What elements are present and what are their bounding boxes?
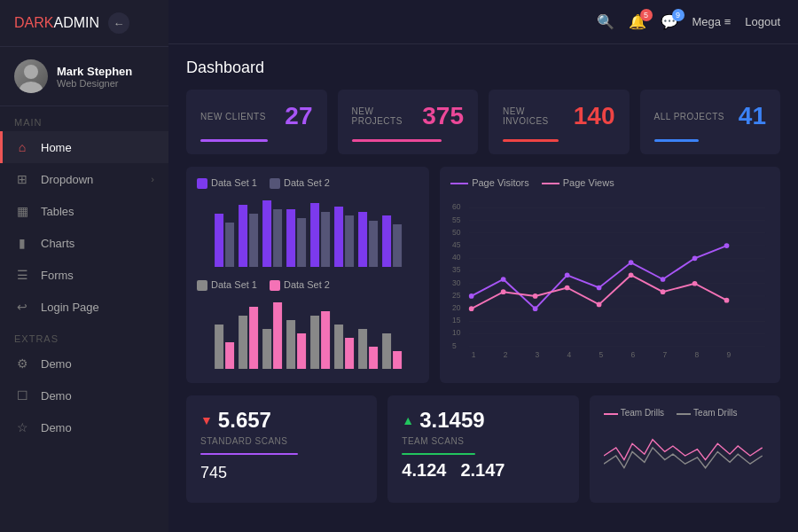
back-arrow-icon[interactable]: ← xyxy=(108,12,129,34)
metric-number-standard: 5.657 xyxy=(218,408,271,433)
notifications-badge: 5 xyxy=(640,9,653,21)
mini-chart-svg xyxy=(604,425,766,487)
svg-rect-14 xyxy=(358,212,367,267)
logo-admin: ADMIN xyxy=(53,15,99,30)
svg-rect-23 xyxy=(273,302,282,369)
metric-card-standard: ▼ 5.657 STANDARD SCANS 745 xyxy=(186,395,377,503)
sidebar-section-extras: Extras xyxy=(0,323,168,348)
home-icon: ⌂ xyxy=(14,140,30,154)
notifications-icon[interactable]: 🔔 5 xyxy=(629,13,646,30)
user-info: Mark Stephen Web Designer xyxy=(57,65,132,89)
sidebar-item-charts[interactable]: ▮ Charts xyxy=(0,227,168,259)
stat-card-invoices: NEW INVOICES 140 xyxy=(489,90,630,154)
svg-text:55: 55 xyxy=(452,215,461,224)
svg-text:7: 7 xyxy=(663,350,668,359)
svg-text:2: 2 xyxy=(504,350,508,359)
stat-label-all: ALL PROJECTS xyxy=(654,112,725,121)
bar-chart-svg2 xyxy=(197,298,419,369)
gear-icon: ⚙ xyxy=(14,356,30,371)
svg-rect-20 xyxy=(239,316,247,369)
svg-point-79 xyxy=(565,286,570,291)
metric-number-team: 3.1459 xyxy=(419,408,484,433)
metric-card-team: ▲ 3.1459 TEAM SCANS 4.124 2.147 xyxy=(387,395,578,503)
svg-rect-17 xyxy=(393,224,402,267)
svg-point-80 xyxy=(597,302,602,308)
chart-row: Data Set 1 Data Set 2 xyxy=(186,167,780,383)
stat-card-projects-top: NEW PROJECTS 375 xyxy=(352,102,465,130)
sidebar-item-dropdown[interactable]: ⊞ Dropdown › xyxy=(0,163,168,195)
sidebar-item-forms[interactable]: ☰ Forms xyxy=(0,259,168,291)
sidebar-item-home[interactable]: ⌂ Home xyxy=(0,131,168,163)
sidebar-item-login[interactable]: ↩ Login Page xyxy=(0,291,168,323)
topbar-user[interactable]: Mega ≡ xyxy=(692,15,732,28)
stat-bar-projects xyxy=(352,139,442,142)
svg-point-75 xyxy=(724,243,730,248)
stat-card-projects: NEW PROJECTS 375 xyxy=(338,90,479,154)
arrow-up-icon: ▲ xyxy=(402,413,414,427)
svg-point-67 xyxy=(469,293,474,299)
stat-bar-clients xyxy=(200,139,268,142)
line-chart-legend: Page Visitors Page Views xyxy=(450,177,770,188)
svg-rect-26 xyxy=(310,316,319,369)
svg-text:4: 4 xyxy=(567,350,572,359)
metric-bar-standard xyxy=(200,453,298,455)
sidebar: DARKADMIN ← Mark Stephen Web Designer Ma… xyxy=(0,0,168,532)
sidebar-item-tables[interactable]: ▦ Tables xyxy=(0,195,168,227)
svg-rect-5 xyxy=(249,214,258,267)
svg-rect-31 xyxy=(369,347,378,369)
bar-chart-card: Data Set 1 Data Set 2 xyxy=(186,167,429,383)
search-icon[interactable]: 🔍 xyxy=(597,13,614,30)
topbar-logout[interactable]: Logout xyxy=(745,15,780,28)
legend1-item1: Data Set 1 xyxy=(197,177,257,189)
svg-text:50: 50 xyxy=(452,228,461,237)
sidebar-label-home: Home xyxy=(41,141,72,154)
small-val1: 4.124 xyxy=(402,460,446,481)
svg-point-1 xyxy=(20,82,43,93)
sidebar-item-demo2[interactable]: ☐ Demo xyxy=(0,379,168,411)
svg-text:60: 60 xyxy=(452,202,461,211)
tables-icon: ▦ xyxy=(14,204,30,218)
svg-rect-10 xyxy=(310,203,319,267)
messages-icon[interactable]: 💬 9 xyxy=(661,13,678,30)
legend2-item1: Data Set 1 xyxy=(197,279,257,291)
svg-point-82 xyxy=(661,289,666,294)
svg-text:6: 6 xyxy=(631,350,636,359)
svg-point-84 xyxy=(724,298,730,303)
sidebar-item-demo1[interactable]: ⚙ Demo xyxy=(0,348,168,379)
svg-rect-21 xyxy=(249,307,258,369)
sidebar-label-demo3: Demo xyxy=(41,421,72,434)
metric-bar-team xyxy=(402,453,474,455)
svg-rect-3 xyxy=(225,223,234,267)
star-icon: ☆ xyxy=(14,420,30,434)
mini-chart-legend: Team Drills Team Drills xyxy=(604,408,766,418)
legend2-item2: Data Set 2 xyxy=(270,279,330,291)
svg-rect-6 xyxy=(262,200,271,267)
dropdown-icon: ⊞ xyxy=(14,172,30,186)
sidebar-item-demo3[interactable]: ☆ Demo xyxy=(0,411,168,443)
svg-rect-22 xyxy=(262,329,271,369)
sidebar-label-demo2: Demo xyxy=(41,389,72,403)
sidebar-label-demo1: Demo xyxy=(41,357,72,371)
bar-chart-legend1: Data Set 1 Data Set 2 xyxy=(197,177,419,189)
bottom-row: ▼ 5.657 STANDARD SCANS 745 ▲ 3.1459 TEAM… xyxy=(186,395,780,503)
small-vals: 4.124 2.147 xyxy=(402,460,564,481)
svg-point-78 xyxy=(533,293,538,299)
svg-rect-25 xyxy=(297,333,306,369)
line-legend-visitors: Page Visitors xyxy=(450,177,529,188)
line-chart-card: Page Visitors Page Views 60 55 50 45 40 … xyxy=(440,167,780,383)
metric-sub-val: 745 xyxy=(200,464,363,482)
svg-rect-29 xyxy=(345,338,354,369)
stat-label-invoices: NEW INVOICES xyxy=(503,106,574,126)
stat-label-projects: NEW PROJECTS xyxy=(352,106,423,126)
sidebar-label-charts: Charts xyxy=(41,237,74,250)
stat-card-invoices-top: NEW INVOICES 140 xyxy=(503,102,615,130)
stat-value-all: 41 xyxy=(739,102,766,130)
user-name: Mark Stephen xyxy=(57,65,132,78)
stat-bar-invoices xyxy=(503,139,559,142)
svg-rect-4 xyxy=(239,205,247,267)
svg-point-76 xyxy=(469,306,474,311)
stat-card-all-projects: ALL PROJECTS 41 xyxy=(640,90,781,154)
sidebar-logo: DARKADMIN ← xyxy=(0,0,168,47)
svg-rect-27 xyxy=(321,311,330,369)
stat-bar-all xyxy=(654,139,700,142)
